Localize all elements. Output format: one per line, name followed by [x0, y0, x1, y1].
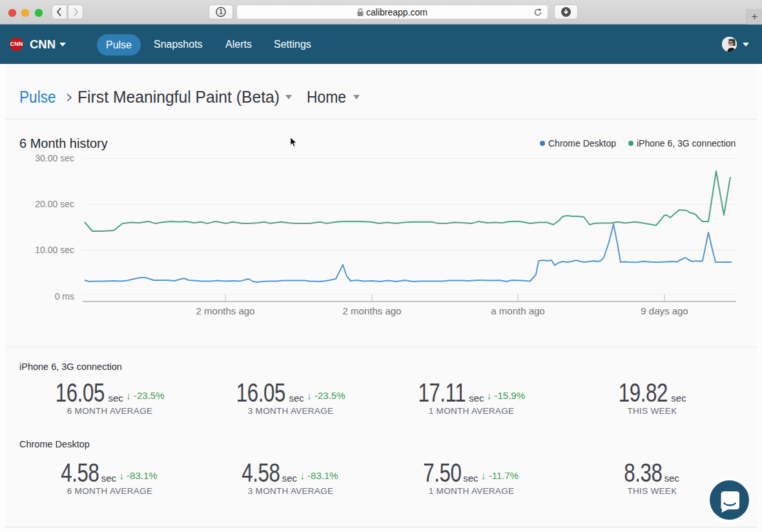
- svg-text:1: 1: [219, 8, 223, 15]
